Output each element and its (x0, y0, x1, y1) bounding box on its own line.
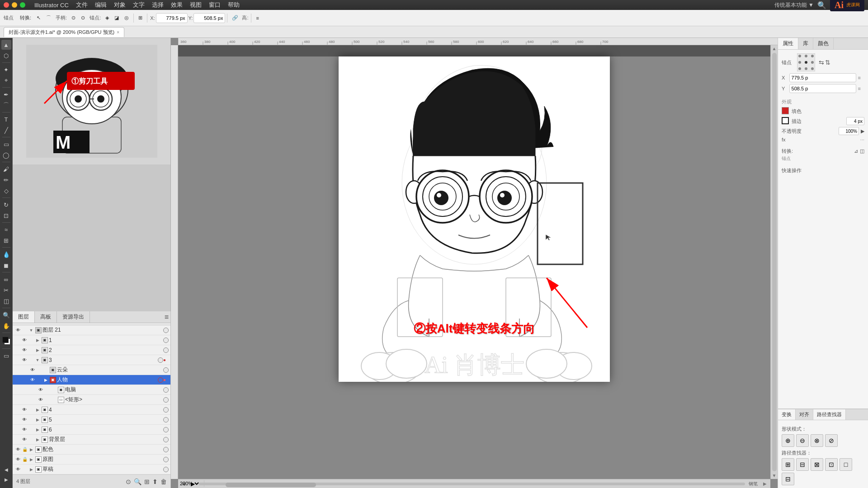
layer-expand-btn[interactable]: ▼ (28, 327, 34, 333)
cursor-btn[interactable]: ↖ (34, 14, 43, 22)
layer-target-dot[interactable] (163, 338, 169, 343)
merge-btn[interactable]: ⊠ (811, 458, 823, 471)
y-constraint-icon[interactable]: ≡ (858, 86, 864, 91)
layer-expand-btn[interactable] (51, 397, 57, 403)
layer-target-dot[interactable] (163, 407, 169, 413)
thumbnail-canvas[interactable]: ①剪刀工具 M (13, 38, 170, 164)
layer-lock-toggle[interactable]: 🔒 (22, 456, 28, 463)
layers-tab-layers[interactable]: 图层 (13, 311, 35, 323)
layer-target-dot[interactable] (158, 377, 163, 383)
create-new-sublayer-btn[interactable]: 🔍 (134, 478, 142, 485)
artboard[interactable]: Ai 肖博士 ②按Alt键转变线条方向 (339, 56, 610, 382)
minus-front-btn[interactable]: ⊖ (796, 434, 809, 447)
tab-transform[interactable]: 变换 (778, 409, 796, 420)
ellipse-tool[interactable]: ◯ (1, 150, 11, 160)
layer-visibility-toggle[interactable]: 👁 (14, 446, 22, 453)
scissors-tool[interactable]: ✂ (1, 285, 11, 295)
menu-select[interactable]: 选择 (152, 1, 164, 9)
flip-v-icon[interactable]: ⇅ (825, 59, 830, 66)
layer-row[interactable]: 👁 ▼ ▣ 图层 21 (13, 325, 170, 335)
layer-visibility-toggle[interactable]: 👁 (21, 337, 28, 344)
layer-target-dot[interactable] (163, 397, 169, 403)
tab-library[interactable]: 库 (798, 38, 813, 49)
flip-h-icon[interactable]: ⇆ (819, 59, 824, 66)
shaper-tool[interactable]: ◇ (1, 186, 11, 196)
direct-selection-tool[interactable]: ⬡ (1, 51, 11, 61)
layer-visibility-toggle[interactable]: 👁 (21, 357, 28, 364)
scroll-down-btn[interactable]: ▼ (772, 473, 777, 478)
line-tool[interactable]: ╱ (1, 125, 11, 135)
magic-wand-tool[interactable]: ✦ (1, 65, 11, 75)
warp-tool[interactable]: ≈ (1, 225, 11, 235)
rect-tool[interactable]: ▭ (1, 139, 11, 149)
layer-row[interactable]: 👁 ▶ ▣ 2 (13, 345, 170, 355)
scroll-thumb-h[interactable] (226, 483, 316, 487)
layer-target-dot[interactable] (163, 417, 169, 422)
curvature-tool[interactable]: ⌒ (1, 100, 11, 110)
layer-lock-toggle[interactable] (28, 436, 34, 443)
anchor-btn1[interactable]: ◈ (103, 14, 112, 22)
layer-expand-btn[interactable] (51, 387, 57, 393)
layer-row[interactable]: 👁 ▣ 电脑 (13, 385, 170, 395)
create-layer-btn[interactable]: ⊞ (144, 478, 150, 485)
minimize-button[interactable] (12, 2, 17, 8)
paintbrush-tool[interactable]: 🖌 (1, 164, 11, 174)
exclude-btn[interactable]: ⊘ (825, 434, 838, 447)
layer-visibility-toggle[interactable]: 👁 (21, 406, 28, 413)
layer-target-dot[interactable] (163, 387, 169, 393)
layer-target-dot[interactable] (163, 467, 169, 472)
fx-more-btn[interactable]: ··· (860, 137, 864, 142)
menu-edit[interactable]: 编辑 (95, 1, 107, 9)
anchor-grid[interactable] (797, 53, 815, 71)
gradient-tool[interactable]: ◼ (1, 260, 11, 270)
layer-lock-toggle[interactable] (22, 466, 28, 473)
transform-icon2[interactable]: ◫ (860, 148, 864, 154)
transform-btn[interactable]: 转换: (17, 13, 34, 23)
eyedropper-tool[interactable]: 💧 (1, 249, 11, 259)
layer-target-dot[interactable] (163, 367, 169, 373)
make-clipping-mask-btn[interactable]: ⊙ (126, 478, 131, 485)
layer-lock-toggle[interactable] (44, 397, 51, 403)
minus-back-btn[interactable]: ⊟ (782, 473, 794, 485)
layer-lock-toggle[interactable] (36, 367, 42, 373)
menu-view[interactable]: 视图 (190, 1, 202, 9)
layer-expand-btn[interactable]: ▶ (28, 456, 34, 463)
x-input[interactable] (156, 13, 188, 23)
layer-visibility-toggle[interactable]: 👁 (14, 327, 22, 334)
handle-btn1[interactable]: ⊙ (69, 14, 78, 22)
layer-target-dot[interactable] (163, 457, 169, 462)
fullscreen-button[interactable] (20, 2, 25, 8)
tab-close-btn[interactable]: × (117, 30, 119, 35)
opacity-input[interactable] (839, 127, 859, 135)
tab-pathfinder[interactable]: 路径查找器 (813, 409, 846, 420)
layer-row-selected[interactable]: 👁 ▶ ▣ 人物 ● (13, 375, 170, 385)
layer-row[interactable]: 👁 ▣ 云朵 (13, 365, 170, 375)
menu-object[interactable]: 对象 (114, 1, 126, 9)
scroll-track-h[interactable] (198, 483, 745, 485)
menu-help[interactable]: 帮助 (228, 1, 240, 9)
layer-row[interactable]: 👁 🔒 ▶ ▣ 配色 (13, 445, 170, 455)
pen-tool[interactable]: ✒ (1, 89, 11, 99)
zoom-selector[interactable]: 200% 100% 50% (178, 480, 200, 487)
curve-btn[interactable]: ⌒ (43, 13, 54, 23)
color-swatch-area[interactable] (1, 336, 11, 346)
layer-row[interactable]: 👁 ▶ ▣ 5 (13, 415, 170, 425)
layer-row[interactable]: 👁 ▶ ▣ 1 (13, 335, 170, 345)
layer-lock-toggle[interactable] (28, 407, 34, 413)
crop-btn[interactable]: ⊡ (825, 458, 838, 471)
layer-lock-toggle[interactable] (28, 347, 34, 353)
handle-btn2[interactable]: ⊙ (78, 14, 88, 22)
free-transform-tool[interactable]: ⊞ (1, 235, 11, 245)
layer-expand-btn[interactable]: ▶ (34, 436, 41, 443)
layer-target-dot[interactable] (163, 328, 169, 333)
layer-row[interactable]: 👁 ▶ ▣ 4 (13, 405, 170, 415)
layer-row[interactable]: 👁 ▼ ▣ 3 ● (13, 355, 170, 365)
canvas-scrollbar-vertical[interactable]: ▲ ▼ (770, 45, 778, 479)
tab-properties[interactable]: 属性 (778, 38, 798, 49)
text-tool[interactable]: T (1, 114, 11, 124)
layers-tab-high[interactable]: 高板 (35, 311, 57, 323)
layer-lock-toggle[interactable]: 🔒 (22, 446, 28, 453)
layer-lock-toggle[interactable] (28, 337, 34, 343)
eraser-tool[interactable]: ◫ (1, 296, 11, 306)
layer-lock-toggle[interactable] (44, 387, 51, 393)
